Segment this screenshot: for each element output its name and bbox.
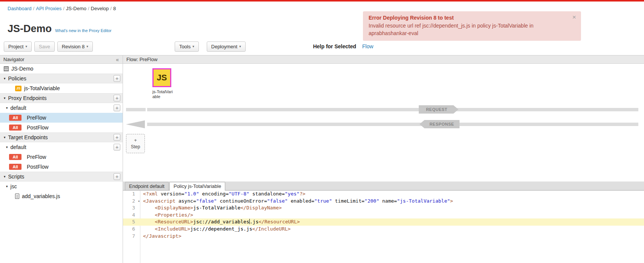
request-flow-line (147, 108, 638, 111)
nav-item-target-endpoints[interactable]: ▾Target Endpoints+ (0, 132, 123, 142)
nav-item-label: js-TotalVariable (24, 85, 60, 91)
code-token (143, 205, 155, 211)
revision-button-label: Revision 8 (62, 44, 85, 49)
code-token: "false" (196, 198, 217, 204)
save-button[interactable]: Save (34, 42, 55, 52)
nav-item-postflow[interactable]: AllPostFlow (0, 162, 123, 172)
error-toast-title: Error Deploying Revision 8 to test (369, 15, 566, 21)
nav-item-scripts[interactable]: ▾Scripts+ (0, 172, 123, 181)
code-line-3[interactable]: 3 <DisplayName>js-TotalVariable</Display… (123, 205, 644, 212)
nav-item-postflow[interactable]: AllPostFlow (0, 123, 123, 132)
chevron-down-icon: ▾ (25, 45, 27, 48)
code-line-1[interactable]: 1<?xml version="1.0" encoding="UTF-8" st… (123, 191, 644, 198)
code-token: = (394, 198, 397, 204)
tab-policy-js-totalvariable[interactable]: Policy js-TotalVariable (169, 182, 225, 191)
page-title: JS-Demo (8, 24, 52, 34)
flow-header: Flow: PreFlow (123, 55, 644, 64)
add-button[interactable]: + (114, 144, 120, 151)
code-token (217, 198, 220, 204)
caret-down-icon: ▾ (6, 106, 8, 110)
flow-help-link[interactable]: Flow (362, 43, 373, 49)
add-button[interactable]: + (114, 105, 120, 111)
tools-button[interactable]: Tools ▾ (175, 42, 199, 52)
code-editor: Endpoint defaultPolicy js-TotalVariable … (123, 181, 644, 263)
js-policy-icon: JS (15, 86, 22, 91)
nav-item-jsc[interactable]: ▾jsc (0, 181, 123, 191)
code-line-7[interactable]: 7</Javascript> (123, 233, 644, 240)
add-button[interactable]: + (114, 134, 120, 141)
deployment-button[interactable]: Deployment ▾ (207, 42, 246, 52)
code-token (143, 212, 155, 218)
add-button[interactable]: + (114, 95, 120, 102)
nav-item-label: Policies (8, 75, 26, 82)
revision-button[interactable]: Revision 8 ▾ (57, 42, 93, 52)
project-button[interactable]: Project ▾ (4, 42, 32, 52)
code-token (143, 219, 155, 225)
file-icon (15, 194, 19, 199)
navigator-tree: JS-Demo▾Policies+JSjs-TotalVariable▾Prox… (0, 64, 123, 263)
code-line-5[interactable]: 5 <ResourceURL>jsc://add_variables.js</R… (123, 218, 644, 226)
code-token: async (178, 198, 193, 204)
add-step-label: Step (131, 144, 140, 149)
nav-item-js-totalvariable[interactable]: JSjs-TotalVariable (0, 83, 123, 93)
nav-item-label: PreFlow (27, 154, 46, 160)
code-token: enabled (290, 198, 311, 204)
breadcrumb-item-api-proxies[interactable]: API Proxies (36, 6, 61, 11)
code-token: "yes" (285, 191, 300, 197)
code-token: encoding (202, 191, 226, 197)
code-line-6[interactable]: 6 <IncludeURL>jsc://dependent_js.js</Inc… (123, 226, 644, 233)
policy-node-js-totalvariable[interactable]: JS js-TotalVariable (152, 68, 174, 99)
code-content: <Javascript async="false" continueOnErro… (140, 198, 453, 205)
code-area[interactable]: 1<?xml version="1.0" encoding="UTF-8" st… (123, 191, 644, 263)
proxy-icon (4, 66, 9, 71)
line-number-text: 2 (132, 198, 135, 204)
code-token: = (361, 198, 364, 204)
code-token: = (181, 191, 184, 197)
code-token: = (311, 198, 314, 204)
error-toast: × Error Deploying Revision 8 to test Inv… (363, 11, 581, 41)
tab-endpoint-default[interactable]: Endpoint default (125, 182, 169, 190)
code-line-2[interactable]: 2▾<Javascript async="false" continueOnEr… (123, 198, 644, 205)
code-token: .js (250, 219, 258, 225)
code-content: </Javascript> (140, 233, 181, 240)
code-token: = (264, 198, 267, 204)
line-number-text: 6 (132, 226, 135, 232)
proxy-editor-page: Dashboard/API Proxies/JS-Demo/Develop/8 … (0, 0, 644, 263)
code-token: jsc://add_variables (193, 219, 249, 225)
add-button[interactable]: + (114, 173, 120, 180)
nav-item-label: default (11, 105, 26, 111)
fold-icon[interactable]: ▾ (138, 198, 140, 205)
code-line-4[interactable]: 4 <Properties/> (123, 212, 644, 219)
navigator-title: Navigator (3, 57, 25, 62)
navigator-panel: Navigator « JS-Demo▾Policies+JSjs-TotalV… (0, 55, 123, 263)
add-step-button[interactable]: + Step (126, 134, 145, 153)
code-token: </IncludeURL> (252, 226, 291, 232)
caret-down-icon: ▾ (4, 77, 6, 80)
nav-item-label: Target Endpoints (8, 134, 48, 140)
nav-item-label: jsc (11, 183, 17, 189)
nav-item-default[interactable]: ▾default+ (0, 142, 123, 152)
close-icon[interactable]: × (572, 14, 576, 21)
nav-item-default[interactable]: ▾default+ (0, 103, 123, 113)
nav-item-preflow[interactable]: AllPreFlow (0, 152, 123, 162)
nav-item-policies[interactable]: ▾Policies+ (0, 74, 123, 83)
deployment-button-label: Deployment (211, 44, 237, 49)
line-number: 7 (123, 233, 140, 240)
nav-item-proxy-endpoints[interactable]: ▾Proxy Endpoints+ (0, 93, 123, 103)
line-number: 5 (123, 218, 140, 226)
caret-down-icon: ▾ (4, 175, 6, 178)
whats-new-link[interactable]: What's new in the Proxy Editor (55, 28, 111, 33)
nav-item-preflow[interactable]: AllPreFlow (0, 113, 123, 123)
code-token (379, 198, 382, 204)
nav-item-js-demo[interactable]: JS-Demo (0, 64, 123, 74)
navigator-header: Navigator « (0, 55, 123, 64)
nav-item-add-variables-js[interactable]: add_variables.js (0, 191, 123, 201)
code-token (332, 198, 335, 204)
collapse-sidebar-icon[interactable]: « (116, 57, 119, 63)
project-button-label: Project (8, 44, 23, 49)
code-token: "200" (364, 198, 379, 204)
js-policy-icon[interactable]: JS (152, 68, 171, 87)
add-button[interactable]: + (114, 75, 120, 82)
code-token: continueOnError (220, 198, 264, 204)
breadcrumb-item-dashboard[interactable]: Dashboard (8, 6, 32, 11)
